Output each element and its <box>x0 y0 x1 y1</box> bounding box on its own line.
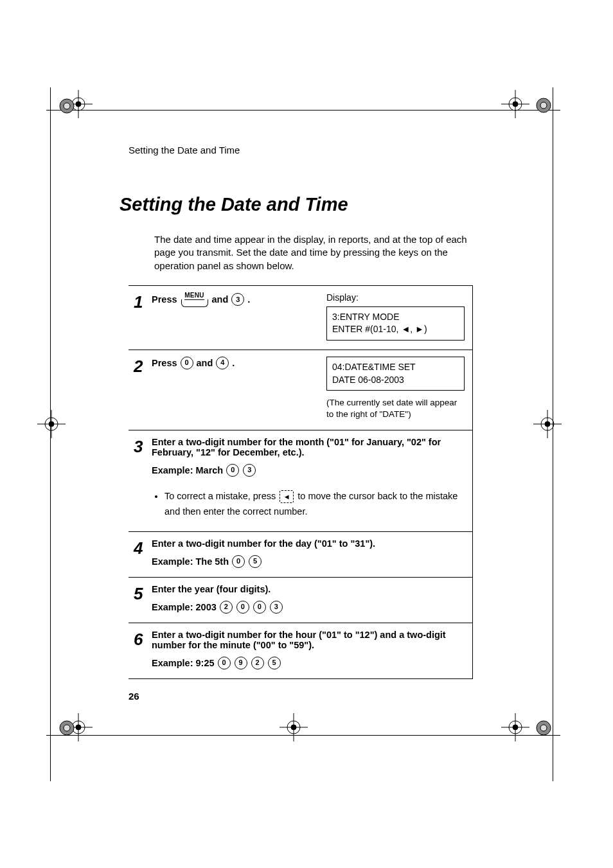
corner-ball-icon <box>59 720 75 736</box>
display-note: (The currently set date will appear to t… <box>326 397 465 420</box>
page-number: 26 <box>129 691 139 702</box>
example-label: Example: March <box>152 465 223 475</box>
registration-mark-icon <box>533 410 562 438</box>
display-line-2: ENTER #(01-10, ◄, ►) <box>332 323 459 336</box>
display-line-1: 04:DATE&TIME SET <box>332 361 459 374</box>
key-2-icon: 2 <box>220 601 233 614</box>
press-label: Press <box>152 358 177 368</box>
registration-mark-icon <box>501 713 529 741</box>
intro-paragraph: The date and time appear in the display,… <box>154 233 479 272</box>
display-readout: 3:ENTRY MODE ENTER #(01-10, ◄, ►) <box>326 306 465 341</box>
key-9-icon: 9 <box>235 657 247 669</box>
key-0-icon: 0 <box>226 464 239 477</box>
step-3: 3 Enter a two-digit number for the month… <box>129 430 472 532</box>
step-6: 6 Enter a two-digit number for the hour … <box>129 623 472 679</box>
step-body: Press 0 and 4 . <box>152 357 319 421</box>
svg-point-23 <box>513 725 518 730</box>
example-label: Example: 2003 <box>152 602 217 612</box>
key-0-icon: 0 <box>181 357 193 369</box>
step-number: 6 <box>134 630 152 669</box>
display-line-1: 3:ENTRY MODE <box>332 311 459 324</box>
example-label: Example: 9:25 <box>152 658 215 668</box>
display-readout: 04:DATE&TIME SET DATE 06-08-2003 <box>326 357 465 391</box>
left-arrow-icon: ◄ <box>401 324 410 334</box>
display-line-2: DATE 06-08-2003 <box>332 374 459 387</box>
step-text: Enter a two-digit number for the day ("0… <box>152 538 375 549</box>
display-line-2b: ) <box>424 324 427 334</box>
step-number: 3 <box>134 437 152 522</box>
key-3-icon: 3 <box>243 464 256 477</box>
key-3-icon: 3 <box>270 601 283 614</box>
page-content: Setting the Date and Time Setting the Da… <box>129 145 479 679</box>
svg-point-19 <box>76 725 81 730</box>
step-number: 2 <box>134 357 152 421</box>
registration-mark-icon <box>280 713 308 741</box>
svg-point-3 <box>76 102 81 107</box>
key-3-icon: 3 <box>231 293 244 306</box>
corner-ball-icon <box>536 720 551 736</box>
svg-point-15 <box>545 421 550 427</box>
step-number: 5 <box>134 584 152 614</box>
step-text: Enter the year (four digits). <box>152 584 271 594</box>
corner-ball-icon <box>536 98 551 113</box>
svg-point-31 <box>540 102 547 109</box>
step-body: Enter a two-digit number for the hour ("… <box>152 630 465 669</box>
step-body: Press MENU and 3 . <box>152 292 319 341</box>
menu-key-label: MENU <box>184 292 204 300</box>
step-1: 1 Press MENU and 3 . Display: 3:ENTRY MO… <box>129 286 472 350</box>
key-0-icon: 0 <box>232 555 245 568</box>
step-number: 4 <box>134 538 152 568</box>
svg-point-35 <box>540 725 547 731</box>
menu-key-icon: MENU <box>181 292 208 307</box>
key-0-icon: 0 <box>236 601 249 614</box>
key-5-icon: 5 <box>268 657 281 669</box>
svg-point-33 <box>64 725 70 731</box>
display-label: Display: <box>326 292 465 303</box>
and-label: and <box>197 358 213 368</box>
step-number: 1 <box>134 292 152 341</box>
svg-point-7 <box>513 102 518 107</box>
and-label: and <box>212 294 229 305</box>
menu-key-shape <box>181 299 208 307</box>
key-2-icon: 2 <box>251 657 264 669</box>
step-text: Enter a two-digit number for the hour ("… <box>152 630 446 650</box>
example-label: Example: The 5th <box>152 556 229 567</box>
running-head: Setting the Date and Time <box>129 145 479 155</box>
step-4: 4 Enter a two-digit number for the day (… <box>129 532 472 578</box>
step-2: 2 Press 0 and 4 . 04:DATE&TIME SET DATE … <box>129 350 472 430</box>
display-line-2a: ENTER #(01-10, <box>332 324 401 334</box>
step-text: Enter a two-digit number for the month (… <box>152 437 441 457</box>
svg-point-27 <box>291 725 296 730</box>
section-title: Setting the Date and Time <box>120 194 479 215</box>
key-0-icon: 0 <box>253 601 266 614</box>
step-body: Enter a two-digit number for the day ("0… <box>152 538 465 568</box>
period: . <box>247 294 250 305</box>
registration-mark-icon <box>501 90 529 118</box>
bullet-correct-mistake: To correct a mistake, press ◄ to move th… <box>164 488 465 520</box>
crop-line-top <box>46 110 560 111</box>
svg-point-29 <box>64 103 70 109</box>
step-body: Enter the year (four digits). Example: 2… <box>152 584 465 614</box>
right-arrow-icon: ► <box>415 324 424 334</box>
step-body: Enter a two-digit number for the month (… <box>152 437 465 522</box>
key-0-icon: 0 <box>218 657 231 669</box>
key-5-icon: 5 <box>249 555 262 568</box>
steps-table: 1 Press MENU and 3 . Display: 3:ENTRY MO… <box>129 285 473 679</box>
corner-ball-icon <box>59 98 75 114</box>
left-arrow-key-icon: ◄ <box>280 490 294 503</box>
step-5: 5 Enter the year (four digits). Example:… <box>129 578 472 623</box>
key-4-icon: 4 <box>216 357 229 369</box>
registration-mark-icon <box>37 410 66 438</box>
svg-point-11 <box>49 421 54 427</box>
bullet-text-a: To correct a mistake, press <box>164 491 278 501</box>
press-label: Press <box>152 294 177 305</box>
period: . <box>232 358 235 368</box>
